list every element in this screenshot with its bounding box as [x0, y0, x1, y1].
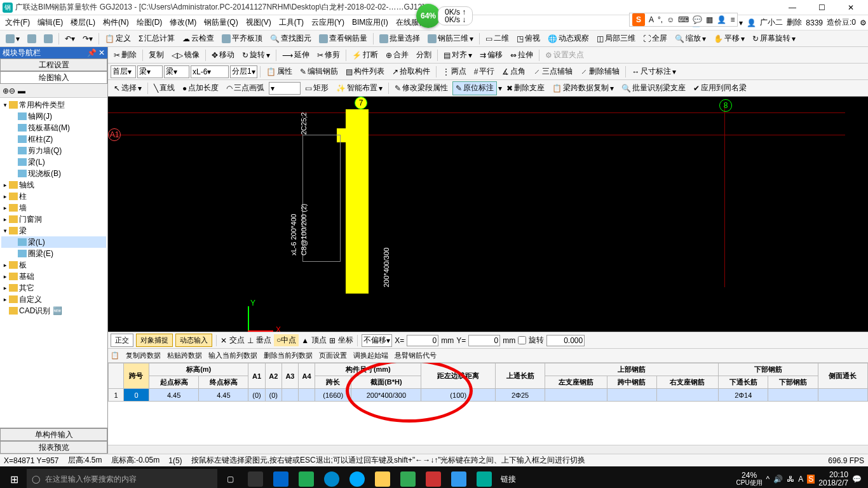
tray-net-icon[interactable]: 🖧	[787, 475, 794, 484]
app-icon-5[interactable]	[421, 466, 446, 488]
move-tool[interactable]: ✥移动	[208, 48, 238, 62]
tab-report[interactable]: 报表预览	[0, 441, 107, 454]
align-tool[interactable]: ▤对齐▾	[440, 48, 475, 62]
rotate-checkbox[interactable]	[518, 336, 526, 344]
explorer-icon[interactable]	[370, 466, 395, 488]
line-tool[interactable]: ╲直线	[151, 81, 178, 95]
prop-button[interactable]: 📋属性	[263, 65, 295, 79]
2d-button[interactable]: ▭二维	[482, 32, 512, 46]
save-button[interactable]	[41, 32, 56, 46]
tree-node[interactable]: 梁(L)	[1, 156, 106, 168]
ie-icon[interactable]	[344, 466, 370, 488]
tree-node[interactable]: 剪力墙(Q)	[1, 145, 106, 156]
app-icon-6[interactable]	[446, 466, 471, 488]
split-tool[interactable]: 分割	[413, 48, 435, 62]
drawing-canvas[interactable]: A1 7 8 xL-6 200*400 C8@100/200 (2) 2C25;…	[108, 97, 868, 332]
tree-node[interactable]: CAD识别 🆕	[1, 305, 106, 316]
delete-link[interactable]: 删除	[787, 17, 802, 28]
hscroll[interactable]	[108, 445, 868, 454]
tree-node[interactable]: ▸墙	[1, 202, 106, 214]
start-button[interactable]: ⊞	[1, 466, 27, 488]
redo-button[interactable]: ↷▾	[79, 32, 96, 46]
screen-rotate-button[interactable]: ↻屏幕旋转▾	[749, 32, 799, 46]
tree-node[interactable]: ▸板	[1, 259, 106, 271]
tab-draw-input[interactable]: 绘图输入	[0, 71, 107, 84]
comp-list-button[interactable]: ▤构件列表	[342, 65, 388, 79]
batch-select-button[interactable]: 批量选择	[376, 32, 423, 46]
x-input[interactable]	[407, 335, 438, 346]
cantilever-code[interactable]: 悬臂钢筋代号	[395, 351, 437, 360]
modify-beam-seg-button[interactable]: ✎修改梁段属性	[391, 81, 451, 95]
smart-layout-tool[interactable]: ✨智能布置▾	[333, 81, 386, 95]
menu-cloud[interactable]: 云应用(Y)	[308, 16, 348, 30]
menu-modify[interactable]: 修改(M)	[166, 16, 200, 30]
y-input[interactable]	[468, 335, 500, 346]
close-button[interactable]: ✕	[836, 0, 865, 15]
dyn-toggle[interactable]: 动态输入	[175, 334, 212, 347]
menu-file[interactable]: 文件(F)	[1, 16, 34, 30]
tree-node[interactable]: ▸轴线	[1, 179, 106, 191]
tree-node[interactable]: ▾梁	[1, 225, 106, 236]
menu-tools[interactable]: 工具(T)	[275, 16, 308, 30]
minimize-button[interactable]: —	[778, 0, 807, 15]
top-view-button[interactable]: ◳俯视	[513, 32, 543, 46]
user-label[interactable]: 广小二	[760, 17, 783, 28]
apply-same-button[interactable]: ✔应用到同名梁	[690, 81, 750, 95]
menu-bim[interactable]: BIM应用(I)	[348, 16, 392, 30]
name-select[interactable]: xL-6▾	[191, 65, 229, 78]
taskbar-clock[interactable]: 20:102018/2/7	[818, 471, 848, 487]
point-angle-button[interactable]: ∡点角	[499, 65, 529, 79]
offset-tool[interactable]: ⇉偏移	[477, 48, 506, 62]
tree-node[interactable]: 圈梁(E)	[1, 248, 106, 259]
floor-select[interactable]: 首层▾	[111, 65, 136, 78]
define-button[interactable]: 📋定义	[102, 32, 134, 46]
tree-node[interactable]: ▸自定义	[1, 294, 106, 305]
rotate-input[interactable]	[546, 335, 585, 346]
sum-button[interactable]: Σ汇总计算	[135, 32, 178, 46]
del-aux-button[interactable]: ⟋删除辅轴	[577, 65, 623, 79]
menu-component[interactable]: 构件(N)	[99, 16, 133, 30]
del-col-data[interactable]: 删除当前列数据	[264, 351, 313, 360]
offset-select[interactable]: 不偏移▾	[362, 334, 392, 347]
zoom-button[interactable]: 🔍缩放▾	[672, 32, 709, 46]
edit-rebar-button[interactable]: ✎编辑钢筋	[297, 65, 341, 79]
swap-ends[interactable]: 调换起始端	[353, 351, 388, 360]
page-setup[interactable]: 页面设置	[319, 351, 347, 360]
menu-floor[interactable]: 楼层(L)	[67, 16, 99, 30]
tree-node[interactable]: ▸柱	[1, 191, 106, 202]
align-top-button[interactable]: 平齐板顶	[219, 32, 266, 46]
copy-span-data[interactable]: 复制跨数据	[126, 351, 161, 360]
table-row[interactable]: 1 0 4.454.45 (0)(0) (1660)200*400/300(10…	[109, 389, 868, 402]
app-icon-4[interactable]	[395, 466, 421, 488]
fullscreen-button[interactable]: ⛶全屏	[640, 32, 670, 46]
layer-select[interactable]: 分层1▾	[230, 65, 257, 78]
tree-node[interactable]: ▸门窗洞	[1, 214, 106, 225]
tree-node[interactable]: ▸基础	[1, 271, 106, 282]
component-tree[interactable]: ▾常用构件类型轴网(J)筏板基础(M)框柱(Z)剪力墙(Q)梁(L)现浇板(B)…	[0, 98, 107, 428]
menu-edit[interactable]: 编辑(E)	[34, 16, 67, 30]
extend-tool[interactable]: ⟶延伸	[279, 48, 313, 62]
open-button[interactable]	[24, 32, 39, 46]
menu-rebar[interactable]: 钢筋量(Q)	[200, 16, 241, 30]
new-button[interactable]: ▾	[3, 32, 23, 46]
taskview-icon[interactable]: ▢	[217, 466, 243, 488]
break-tool[interactable]: ⚡打断	[349, 48, 381, 62]
taskbar-search[interactable]: ◯ 在这里输入你要搜索的内容	[27, 469, 217, 488]
span-data-grid[interactable]: 跨号 标高(m) A1 A2 A3 A4 构件尺寸(mm) 距左边线距离 上通长…	[108, 362, 868, 445]
arc-tool[interactable]: ◠三点画弧	[223, 81, 268, 95]
copy-tool[interactable]: 复制	[146, 48, 167, 62]
rebar-3d-button[interactable]: 钢筋三维▾	[424, 32, 477, 46]
tray-up-icon[interactable]: ^	[766, 475, 770, 484]
view-rebar-button[interactable]: 查看钢筋量	[316, 32, 370, 46]
in-place-annotate-button[interactable]: ✎原位标注	[452, 81, 497, 95]
batch-identify-button[interactable]: 🔍批量识别梁支座	[618, 81, 689, 95]
tree-node[interactable]: 框柱(Z)	[1, 133, 106, 145]
delete-tool[interactable]: ✂删除	[111, 48, 140, 62]
orbit-button[interactable]: 🌐动态观察	[545, 32, 592, 46]
parallel-button[interactable]: #平行	[471, 65, 498, 79]
ortho-toggle[interactable]: 正交	[111, 334, 133, 347]
osnap-toggle[interactable]: 对象捕捉	[136, 334, 173, 347]
tree-node[interactable]: ▾常用构件类型	[1, 99, 106, 111]
maximize-button[interactable]: ☐	[807, 0, 836, 15]
ime-toolbar[interactable]: S A°, ☺⌨ 💬▦ 👤≡	[629, 13, 738, 27]
